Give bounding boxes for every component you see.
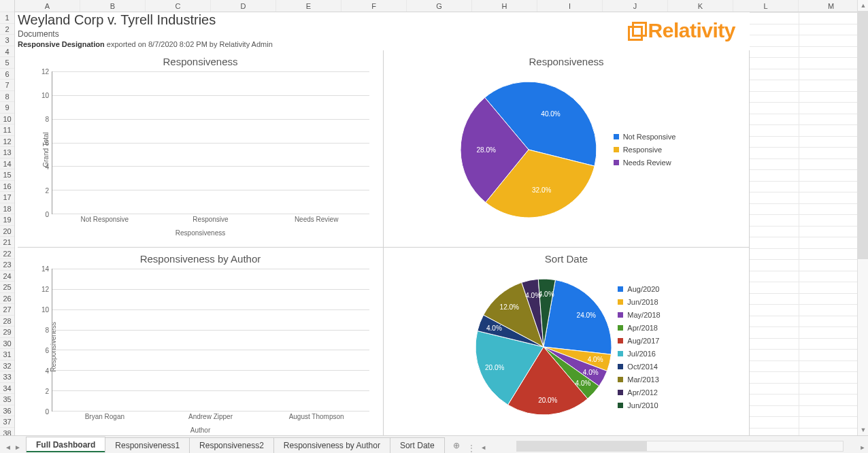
export-info: Responsive Designation exported on 8/7/2…	[18, 40, 273, 48]
tab-nav-last[interactable]: ►	[14, 441, 22, 453]
row-header-27[interactable]: 27	[0, 304, 14, 316]
vertical-scrollbar[interactable]: ▲ ▼	[857, 0, 868, 435]
row-header-11[interactable]: 11	[0, 124, 14, 136]
chart-responsiveness-by-author[interactable]: Responsiveness by Author Responsiveness …	[18, 248, 384, 435]
chart-title: Responsiveness	[24, 56, 376, 67]
row-header-23[interactable]: 23	[0, 259, 14, 271]
row-header-20[interactable]: 20	[0, 226, 14, 237]
pie-chart-2: 24.0%4.0%4.0%4.0%20.0%20.0%4.0%12.0%4.0%…	[472, 275, 615, 418]
legend-swatch	[618, 299, 623, 305]
pie-wrap: 24.0%4.0%4.0%4.0%20.0%20.0%4.0%12.0%4.0%…	[390, 269, 742, 425]
chart-sort-date[interactable]: Sort Date 24.0%4.0%4.0%4.0%20.0%20.0%4.0…	[384, 248, 750, 435]
col-header-B[interactable]: B	[80, 0, 146, 12]
tab-responsiveness1[interactable]: Responsiveness1	[105, 437, 190, 453]
row-header-32[interactable]: 32	[0, 360, 14, 372]
row-header-1[interactable]: 1	[0, 12, 14, 24]
x-labels: Not ResponsiveResponsiveNeeds Review	[52, 216, 369, 228]
legend-swatch	[618, 403, 623, 408]
hscroll-track[interactable]	[516, 441, 844, 452]
row-header-2[interactable]: 2	[0, 24, 14, 35]
hscroll-left-button[interactable]: ◄	[478, 442, 489, 453]
col-header-H[interactable]: H	[472, 0, 537, 12]
col-header-A[interactable]: A	[15, 0, 80, 12]
main-column: ABCDEFGHIJKLM Weyland Corp v. Tyrell Ind…	[15, 0, 868, 435]
row-header-8[interactable]: 8	[0, 91, 14, 103]
chart-title: Sort Date	[390, 253, 742, 265]
row-header-5[interactable]: 5	[0, 57, 14, 69]
col-header-G[interactable]: G	[407, 0, 472, 12]
row-header-19[interactable]: 19	[0, 214, 14, 226]
legend-swatch	[618, 312, 623, 318]
row-header-33[interactable]: 33	[0, 371, 14, 383]
row-header-25[interactable]: 25	[0, 282, 14, 293]
tab-sort date[interactable]: Sort Date	[390, 437, 445, 453]
row-header-37[interactable]: 37	[0, 416, 14, 428]
tab-responsiveness by author[interactable]: Responsiveness by Author	[273, 437, 390, 453]
legend-item: Oct/2014	[618, 363, 660, 371]
row-header-17[interactable]: 17	[0, 192, 14, 203]
vscroll-track[interactable]	[858, 11, 868, 424]
row-header-9[interactable]: 9	[0, 102, 14, 114]
tab-responsiveness2[interactable]: Responsiveness2	[189, 437, 274, 453]
legend-item: Needs Review	[614, 158, 676, 167]
legend-swatch	[618, 377, 623, 382]
row-header-26[interactable]: 26	[0, 293, 14, 305]
tab-nav-first[interactable]: ◄	[4, 441, 12, 453]
legend-item: Jun/2010	[618, 401, 660, 409]
tab-nav: ◄ ►	[0, 441, 26, 453]
col-header-J[interactable]: J	[603, 0, 668, 12]
row-header-12[interactable]: 12	[0, 136, 14, 148]
hscroll-right-button[interactable]: ►	[857, 442, 868, 453]
row-header-21[interactable]: 21	[0, 237, 14, 248]
legend-item: Aug/2020	[618, 285, 660, 293]
chart-responsiveness-pie[interactable]: Responsiveness 40.0%32.0%28.0% Not Respo…	[384, 50, 750, 248]
col-header-E[interactable]: E	[276, 0, 341, 12]
row-header-22[interactable]: 22	[0, 248, 14, 260]
row-header-24[interactable]: 24	[0, 271, 14, 282]
row-header-4[interactable]: 4	[0, 46, 14, 58]
col-header-F[interactable]: F	[341, 0, 407, 12]
col-header-D[interactable]: D	[211, 0, 276, 12]
row-header-16[interactable]: 16	[0, 181, 14, 192]
row-header-36[interactable]: 36	[0, 405, 14, 417]
chart-responsiveness-bar[interactable]: Responsiveness Grand Total 024681012 Not…	[18, 50, 384, 248]
legend-item: Jun/2018	[618, 298, 660, 306]
row-header-7[interactable]: 7	[0, 80, 14, 91]
scroll-up-button[interactable]: ▲	[858, 0, 868, 11]
bar-chart-1: Grand Total 024681012 Not ResponsiveResp…	[52, 71, 369, 228]
row-headers: 1234567891011121314151617181920212223242…	[0, 0, 15, 435]
scroll-down-button[interactable]: ▼	[858, 424, 868, 435]
tab-divider: ⋮	[465, 443, 478, 453]
hscroll-thumb[interactable]	[517, 441, 648, 451]
row-header-10[interactable]: 10	[0, 114, 14, 125]
legend-swatch	[614, 147, 619, 152]
export-suffix: exported on 8/7/2020 8:02 PM by Relativi…	[105, 40, 273, 48]
col-header-L[interactable]: L	[733, 0, 799, 12]
row-header-18[interactable]: 18	[0, 203, 14, 215]
row-header-35[interactable]: 35	[0, 394, 14, 405]
legend-label: Aug/2017	[627, 337, 659, 345]
vscroll-thumb[interactable]	[858, 11, 868, 259]
legend-label: Oct/2014	[627, 363, 658, 371]
row-header-6[interactable]: 6	[0, 69, 14, 80]
row-header-14[interactable]: 14	[0, 158, 14, 170]
tab-full dashboard[interactable]: Full Dashboard	[26, 437, 105, 453]
col-header-M[interactable]: M	[799, 0, 864, 12]
plot-area	[52, 71, 369, 214]
row-header-34[interactable]: 34	[0, 383, 14, 395]
row-header-13[interactable]: 13	[0, 147, 14, 158]
col-header-C[interactable]: C	[146, 0, 211, 12]
row-header-28[interactable]: 28	[0, 316, 14, 327]
row-header-30[interactable]: 30	[0, 338, 14, 350]
legend-swatch	[618, 325, 623, 331]
new-sheet-button[interactable]: ⊕	[448, 438, 465, 453]
legend-item: Aug/2017	[618, 337, 660, 345]
row-header-15[interactable]: 15	[0, 169, 14, 181]
row-header-31[interactable]: 31	[0, 349, 14, 360]
col-header-I[interactable]: I	[537, 0, 603, 12]
col-header-K[interactable]: K	[668, 0, 733, 12]
row-header-29[interactable]: 29	[0, 326, 14, 338]
legend-swatch	[618, 364, 623, 369]
grid-body[interactable]: Weyland Corp v. Tyrell Industries Docume…	[15, 12, 868, 435]
row-header-3[interactable]: 3	[0, 35, 14, 46]
